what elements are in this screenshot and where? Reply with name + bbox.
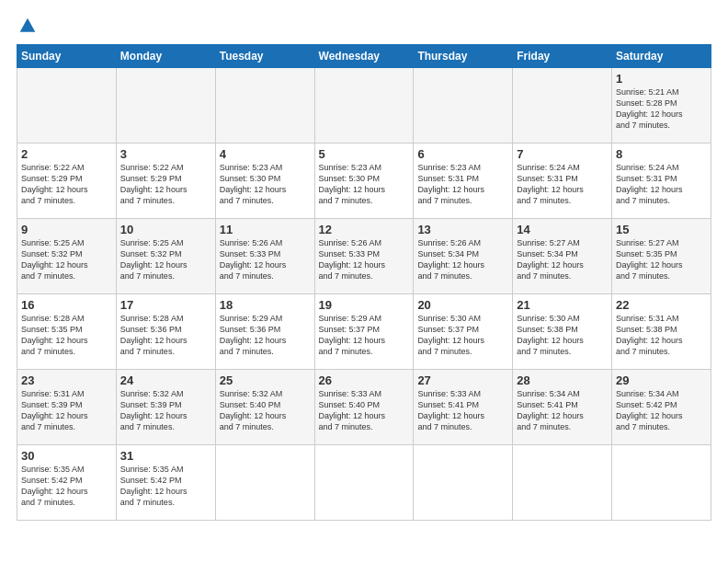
day-number: 27 [417,373,508,387]
day-number: 29 [616,373,707,387]
day-number: 23 [21,373,112,387]
day-info: Sunrise: 5:27 AM Sunset: 5:34 PM Dayligh… [517,237,608,282]
calendar-cell: 25Sunrise: 5:32 AM Sunset: 5:40 PM Dayli… [215,370,314,445]
day-number: 22 [616,298,707,312]
day-info: Sunrise: 5:26 AM Sunset: 5:33 PM Dayligh… [319,237,410,282]
day-info: Sunrise: 5:32 AM Sunset: 5:39 PM Dayligh… [120,388,211,433]
calendar-cell [513,68,612,144]
week-row-4: 23Sunrise: 5:31 AM Sunset: 5:39 PM Dayli… [17,370,711,445]
calendar-cell [314,68,414,144]
day-info: Sunrise: 5:27 AM Sunset: 5:35 PM Dayligh… [616,237,707,282]
day-info: Sunrise: 5:24 AM Sunset: 5:31 PM Dayligh… [517,162,608,207]
calendar-cell: 13Sunrise: 5:26 AM Sunset: 5:34 PM Dayli… [414,219,513,294]
day-number: 20 [417,298,508,312]
col-header-tuesday: Tuesday [215,45,314,68]
day-info: Sunrise: 5:25 AM Sunset: 5:32 PM Dayligh… [120,237,211,282]
calendar-cell: 5Sunrise: 5:23 AM Sunset: 5:30 PM Daylig… [314,144,414,219]
day-info: Sunrise: 5:29 AM Sunset: 5:36 PM Dayligh… [220,313,311,358]
day-number: 2 [21,147,112,161]
day-info: Sunrise: 5:23 AM Sunset: 5:31 PM Dayligh… [417,162,508,207]
day-number: 12 [319,223,410,236]
calendar-cell: 30Sunrise: 5:35 AM Sunset: 5:42 PM Dayli… [17,445,117,521]
day-info: Sunrise: 5:29 AM Sunset: 5:37 PM Dayligh… [319,313,410,358]
day-info: Sunrise: 5:35 AM Sunset: 5:42 PM Dayligh… [120,464,211,509]
calendar-cell [513,445,612,521]
calendar-cell: 20Sunrise: 5:30 AM Sunset: 5:37 PM Dayli… [414,294,513,370]
col-header-friday: Friday [513,45,612,68]
calendar-cell: 28Sunrise: 5:34 AM Sunset: 5:41 PM Dayli… [513,370,612,445]
day-info: Sunrise: 5:26 AM Sunset: 5:33 PM Dayligh… [220,237,311,282]
day-number: 28 [517,373,608,387]
calendar-cell [17,68,117,144]
calendar-cell: 31Sunrise: 5:35 AM Sunset: 5:42 PM Dayli… [116,445,215,521]
calendar-cell: 24Sunrise: 5:32 AM Sunset: 5:39 PM Dayli… [116,370,215,445]
calendar-cell: 8Sunrise: 5:24 AM Sunset: 5:31 PM Daylig… [612,144,711,219]
calendar-cell: 9Sunrise: 5:25 AM Sunset: 5:32 PM Daylig… [17,219,117,294]
calendar-cell: 16Sunrise: 5:28 AM Sunset: 5:35 PM Dayli… [17,294,117,370]
day-number: 24 [120,373,211,387]
week-row-3: 16Sunrise: 5:28 AM Sunset: 5:35 PM Dayli… [17,294,711,370]
calendar-cell [116,68,215,144]
day-number: 30 [21,449,112,463]
calendar-cell: 10Sunrise: 5:25 AM Sunset: 5:32 PM Dayli… [116,219,215,294]
day-number: 16 [21,298,112,312]
calendar-cell: 23Sunrise: 5:31 AM Sunset: 5:39 PM Dayli… [17,370,117,445]
day-number: 11 [220,223,311,236]
day-info: Sunrise: 5:31 AM Sunset: 5:38 PM Dayligh… [616,313,707,358]
week-row-0: 1Sunrise: 5:21 AM Sunset: 5:28 PM Daylig… [17,68,711,144]
calendar-cell: 15Sunrise: 5:27 AM Sunset: 5:35 PM Dayli… [612,219,711,294]
day-number: 21 [517,298,608,312]
calendar-cell: 14Sunrise: 5:27 AM Sunset: 5:34 PM Dayli… [513,219,612,294]
day-info: Sunrise: 5:25 AM Sunset: 5:32 PM Dayligh… [21,237,112,282]
calendar-cell: 22Sunrise: 5:31 AM Sunset: 5:38 PM Dayli… [612,294,711,370]
logo [17,17,37,35]
calendar-cell: 12Sunrise: 5:26 AM Sunset: 5:33 PM Dayli… [314,219,414,294]
day-number: 9 [21,223,112,236]
calendar-cell: 27Sunrise: 5:33 AM Sunset: 5:41 PM Dayli… [414,370,513,445]
col-header-wednesday: Wednesday [314,45,414,68]
day-info: Sunrise: 5:34 AM Sunset: 5:41 PM Dayligh… [517,388,608,433]
calendar-table: SundayMondayTuesdayWednesdayThursdayFrid… [17,44,711,521]
day-number: 15 [616,223,707,236]
col-header-monday: Monday [116,45,215,68]
day-number: 26 [319,373,410,387]
calendar-cell: 6Sunrise: 5:23 AM Sunset: 5:31 PM Daylig… [414,144,513,219]
day-number: 10 [120,223,211,236]
calendar-cell: 26Sunrise: 5:33 AM Sunset: 5:40 PM Dayli… [314,370,414,445]
col-header-saturday: Saturday [612,45,711,68]
day-info: Sunrise: 5:23 AM Sunset: 5:30 PM Dayligh… [220,162,311,207]
calendar-cell: 11Sunrise: 5:26 AM Sunset: 5:33 PM Dayli… [215,219,314,294]
calendar-cell [215,68,314,144]
calendar-cell: 29Sunrise: 5:34 AM Sunset: 5:42 PM Dayli… [612,370,711,445]
day-number: 4 [220,147,311,161]
calendar-cell: 7Sunrise: 5:24 AM Sunset: 5:31 PM Daylig… [513,144,612,219]
day-info: Sunrise: 5:32 AM Sunset: 5:40 PM Dayligh… [220,388,311,433]
day-number: 14 [517,223,608,236]
day-number: 18 [220,298,311,312]
calendar-cell: 3Sunrise: 5:22 AM Sunset: 5:29 PM Daylig… [116,144,215,219]
calendar-cell [314,445,414,521]
day-info: Sunrise: 5:22 AM Sunset: 5:29 PM Dayligh… [120,162,211,207]
day-number: 1 [616,72,707,86]
week-row-5: 30Sunrise: 5:35 AM Sunset: 5:42 PM Dayli… [17,445,711,521]
header-row: SundayMondayTuesdayWednesdayThursdayFrid… [17,45,711,68]
day-number: 13 [417,223,508,236]
calendar-cell [215,445,314,521]
calendar-cell: 19Sunrise: 5:29 AM Sunset: 5:37 PM Dayli… [314,294,414,370]
col-header-thursday: Thursday [414,45,513,68]
day-info: Sunrise: 5:30 AM Sunset: 5:38 PM Dayligh… [517,313,608,358]
day-number: 6 [417,147,508,161]
week-row-1: 2Sunrise: 5:22 AM Sunset: 5:29 PM Daylig… [17,144,711,219]
calendar-cell: 18Sunrise: 5:29 AM Sunset: 5:36 PM Dayli… [215,294,314,370]
day-info: Sunrise: 5:33 AM Sunset: 5:40 PM Dayligh… [319,388,410,433]
page: SundayMondayTuesdayWednesdayThursdayFrid… [0,0,728,563]
day-number: 19 [319,298,410,312]
calendar-cell [612,445,711,521]
day-info: Sunrise: 5:22 AM Sunset: 5:29 PM Dayligh… [21,162,112,207]
day-info: Sunrise: 5:30 AM Sunset: 5:37 PM Dayligh… [417,313,508,358]
calendar-cell: 21Sunrise: 5:30 AM Sunset: 5:38 PM Dayli… [513,294,612,370]
day-info: Sunrise: 5:23 AM Sunset: 5:30 PM Dayligh… [319,162,410,207]
calendar-cell: 4Sunrise: 5:23 AM Sunset: 5:30 PM Daylig… [215,144,314,219]
day-number: 3 [120,147,211,161]
calendar-cell [414,445,513,521]
